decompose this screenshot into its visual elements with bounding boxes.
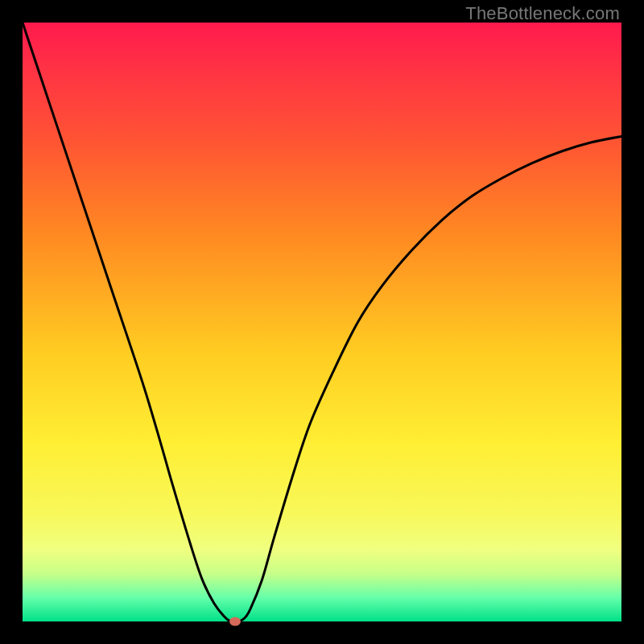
bottleneck-curve	[23, 23, 621, 621]
optimum-marker	[229, 617, 241, 626]
chart-frame: TheBottleneck.com	[0, 0, 644, 644]
watermark-text: TheBottleneck.com	[465, 3, 620, 24]
curve-svg	[23, 23, 621, 621]
plot-area	[23, 23, 621, 621]
